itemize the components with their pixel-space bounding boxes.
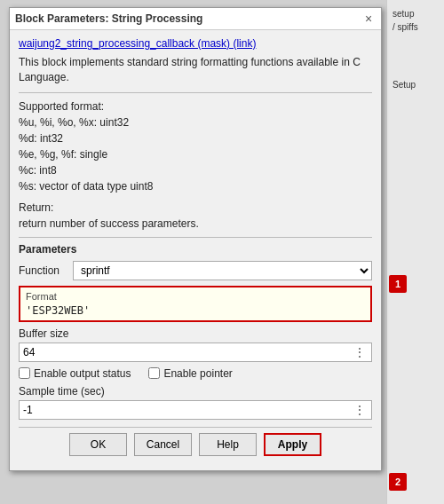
return-section: Return: return number of success paramet… bbox=[19, 200, 372, 232]
format-group: Format 'ESP32WEB' bbox=[19, 286, 372, 322]
parameters-header: Parameters bbox=[19, 243, 372, 256]
buffer-dots-button[interactable]: ⋮ bbox=[352, 345, 368, 359]
close-button[interactable]: × bbox=[361, 12, 376, 26]
title-bar: Block Parameters: String Processing × bbox=[10, 8, 381, 30]
supported-line-1: %d: int32 bbox=[19, 130, 372, 146]
buffer-size-input[interactable] bbox=[23, 346, 352, 358]
return-header: Return: bbox=[19, 200, 372, 216]
buffer-group: Buffer size ⋮ bbox=[19, 327, 372, 362]
sidebar-spiffs: / spiffs bbox=[391, 20, 444, 34]
supported-line-2: %e, %g, %f: single bbox=[19, 146, 372, 162]
buffer-size-label: Buffer size bbox=[19, 327, 372, 340]
sample-time-group: Sample time (sec) ⋮ bbox=[19, 385, 372, 420]
annotation-badge-2: 2 bbox=[389, 473, 407, 491]
divider-1 bbox=[19, 92, 372, 93]
enable-pointer-checkbox[interactable] bbox=[148, 367, 160, 379]
sidebar-setup2: Setup bbox=[391, 78, 444, 91]
sidebar-setup1: setup bbox=[391, 7, 444, 20]
enable-output-checkbox[interactable] bbox=[19, 367, 30, 379]
supported-line-3: %c: int8 bbox=[19, 162, 372, 178]
supported-section: Supported format: %u, %i, %o, %x: uint32… bbox=[19, 98, 372, 194]
sample-dots-button[interactable]: ⋮ bbox=[352, 403, 368, 417]
button-row: OK Cancel Help Apply bbox=[19, 427, 372, 463]
help-button[interactable]: Help bbox=[199, 433, 257, 456]
sample-time-label: Sample time (sec) bbox=[19, 385, 372, 398]
supported-line-4: %s: vector of data type uint8 bbox=[19, 178, 372, 194]
sample-input-row: ⋮ bbox=[19, 400, 372, 420]
format-label: Format bbox=[26, 291, 365, 302]
format-value[interactable]: 'ESP32WEB' bbox=[26, 304, 365, 317]
checkbox-row: Enable output status Enable pointer bbox=[19, 367, 372, 380]
supported-line-0: %u, %i, %o, %x: uint32 bbox=[19, 114, 372, 130]
dialog-body: waijung2_string_processing_callback (mas… bbox=[10, 30, 381, 470]
ok-button[interactable]: OK bbox=[69, 433, 127, 456]
buffer-input-row: ⋮ bbox=[19, 343, 372, 362]
function-select[interactable]: sprintf bbox=[73, 261, 372, 280]
function-row: Function sprintf bbox=[19, 261, 372, 280]
return-text: return number of success parameters. bbox=[19, 216, 372, 232]
function-label: Function bbox=[19, 264, 67, 277]
block-parameters-dialog: Block Parameters: String Processing × wa… bbox=[9, 7, 382, 471]
dialog-title: Block Parameters: String Processing bbox=[15, 12, 202, 25]
enable-pointer-item: Enable pointer bbox=[148, 367, 232, 380]
sample-time-input[interactable] bbox=[23, 404, 352, 416]
divider-2 bbox=[19, 237, 372, 238]
callback-link[interactable]: waijung2_string_processing_callback (mas… bbox=[19, 37, 372, 50]
supported-header: Supported format: bbox=[19, 98, 372, 114]
enable-output-item: Enable output status bbox=[19, 367, 131, 380]
cancel-button[interactable]: Cancel bbox=[134, 433, 192, 456]
enable-pointer-label: Enable pointer bbox=[163, 367, 232, 380]
apply-button[interactable]: Apply bbox=[264, 433, 321, 456]
description-text: This block implements standard string fo… bbox=[19, 55, 372, 85]
enable-output-label: Enable output status bbox=[34, 367, 131, 380]
annotation-badge-1: 1 bbox=[389, 275, 407, 293]
sidebar-right: setup / spiffs Setup bbox=[386, 0, 444, 504]
